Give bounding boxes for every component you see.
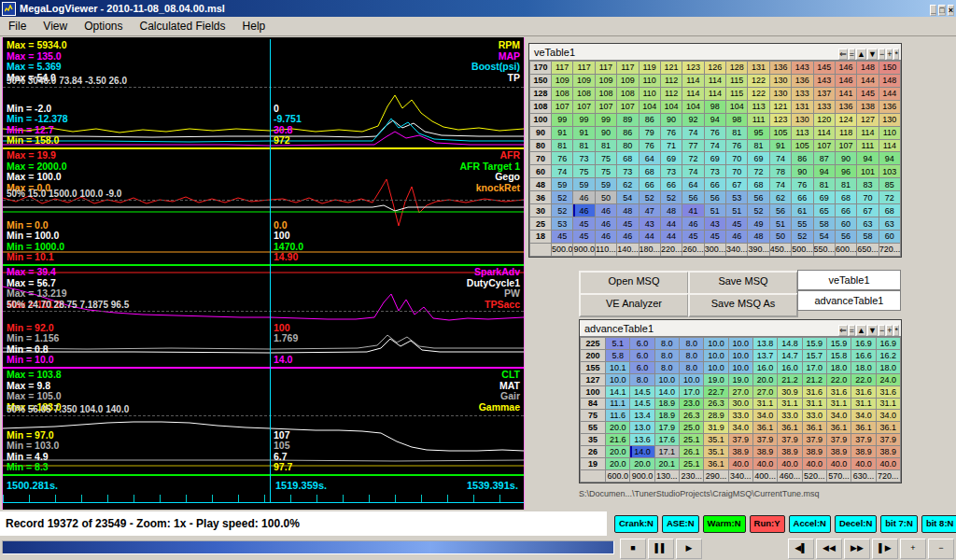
ve-cell[interactable]: 109 [552,74,573,87]
ve-cell[interactable]: 130 [769,87,791,100]
tab-vetable1[interactable]: veTable1 [797,270,901,290]
ve-cell[interactable]: 81 [726,126,748,139]
skip-end-button[interactable]: ▌▶ [872,539,898,559]
ve-cell[interactable]: 70 [726,152,748,165]
ve-cell[interactable]: 56 [748,191,769,204]
ve-cell[interactable]: 60 [879,230,900,243]
advance-cell[interactable]: 8.0 [679,349,703,361]
ve-cell[interactable]: 47 [639,204,660,217]
ve-cell[interactable]: 66 [639,178,660,191]
ve-cell[interactable]: 83 [857,178,879,191]
ve-cell[interactable]: 108 [617,87,639,100]
ve-cell[interactable]: 77 [682,139,704,152]
advance-cell[interactable]: 31.1 [826,398,851,410]
ve-cell[interactable]: 46 [573,191,595,204]
ve-cell[interactable]: 67 [726,178,748,191]
close-button[interactable]: × [948,5,954,16]
ve-cell[interactable]: 41 [682,204,704,217]
advance-cell[interactable]: 38.9 [778,446,802,458]
advance-cell[interactable]: 40.0 [826,458,851,470]
ve-cell[interactable]: 81 [573,139,595,152]
ve-analyzer-button[interactable]: VE Analyzer [579,293,689,317]
table-up-button[interactable]: ▲ [856,325,866,336]
ve-cell[interactable]: 71 [660,139,682,152]
ve-cell[interactable]: 45 [726,217,748,231]
ve-cell[interactable]: 114 [704,74,725,87]
playback-progress-bar[interactable] [2,540,614,554]
stop-button[interactable]: ■ [620,539,646,559]
ve-cell[interactable]: 90 [835,152,856,165]
ve-cell[interactable]: 54 [813,230,835,243]
ve-cell[interactable]: 68 [748,178,769,191]
ve-cell[interactable]: 113 [748,100,769,113]
ve-cell[interactable]: 109 [617,74,639,87]
ve-cell[interactable]: 43 [704,217,725,231]
ve-cell[interactable]: 51 [704,204,725,217]
ve-cell[interactable]: 117 [595,62,616,75]
ve-cell[interactable]: 45 [573,217,595,231]
advance-cell[interactable]: 31.1 [778,398,802,410]
pause-button[interactable]: ▌▌ [648,539,674,559]
ve-cell[interactable]: 72 [682,152,704,165]
advance-cell[interactable]: 33.0 [728,410,752,422]
ve-cell[interactable]: 99 [552,113,573,126]
advance-cell[interactable]: 10.0 [704,349,728,361]
advance-cell[interactable]: 15.8 [826,349,851,361]
advance-cell[interactable]: 38.9 [851,446,876,458]
ve-cell[interactable]: 143 [813,74,835,87]
advance-cell[interactable]: 40.0 [876,458,900,470]
ve-cell[interactable]: 46 [595,217,616,231]
table-burn-button[interactable]: * [893,49,899,60]
graph-panel-temps[interactable]: Max = 103.8Max = 9.8Max = 105.0Max = 183… [3,369,524,476]
ve-cell[interactable]: 76 [552,152,573,165]
ve-cell[interactable]: 110 [639,74,660,87]
advance-cell[interactable]: 20.0 [606,422,630,434]
ve-cell[interactable]: 130 [792,113,813,126]
zoom-out-button[interactable]: − [928,539,954,559]
ve-cell[interactable]: 127 [857,113,879,126]
advance-cell[interactable]: 14.1 [606,385,630,398]
ve-cell[interactable]: 76 [792,178,813,191]
ve-cell[interactable]: 90 [792,165,813,178]
ve-cell[interactable]: 111 [857,139,879,152]
advance-cell[interactable]: 36.1 [752,422,777,434]
advance-cell[interactable]: 34.0 [851,410,876,422]
advance-cell[interactable]: 10.0 [728,361,752,373]
ve-cell[interactable]: 96 [835,165,856,178]
advance-cell[interactable]: 16.2 [876,349,900,361]
table-decrement-button[interactable]: − [879,49,885,60]
table-up-button[interactable]: ▲ [856,49,866,60]
ve-cell[interactable]: 60 [835,217,856,231]
advance-cell[interactable]: 8.0 [630,373,654,385]
rewind-button[interactable]: ◀◀ [816,539,842,559]
advance-cell[interactable]: 19.0 [704,373,728,385]
advance-cell[interactable]: 35.1 [704,434,728,446]
ve-cell[interactable]: 45 [552,230,573,243]
ve-cell[interactable]: 74 [682,126,704,139]
ve-cell[interactable]: 150 [879,62,900,75]
advance-cell[interactable]: 10.0 [728,349,752,361]
ve-cell[interactable]: 86 [792,152,813,165]
ve-cell[interactable]: 44 [660,230,682,243]
advance-cell[interactable]: 16.0 [752,361,777,373]
advance-cell[interactable]: 19.0 [728,373,752,385]
ve-cell[interactable]: 94 [704,113,725,126]
advance-cell[interactable]: 25.1 [679,458,703,470]
advance-cell[interactable]: 10.0 [679,373,703,385]
advance-cell[interactable]: 14.0 [654,385,679,398]
ve-cell[interactable]: 145 [813,62,835,75]
ve-cell[interactable]: 48 [660,204,682,217]
ve-cell[interactable]: 126 [704,62,725,75]
ve-cell[interactable]: 72 [748,165,769,178]
ve-cell[interactable]: 101 [857,165,879,178]
fast-forward-button[interactable]: ▶▶ [844,539,870,559]
table-back-button[interactable]: ⇐ [838,325,848,336]
ve-cell[interactable]: 43 [639,217,660,231]
ve-cell[interactable]: 68 [617,152,639,165]
ve-cell[interactable]: 55 [792,217,813,231]
ve-cell[interactable]: 138 [857,100,879,113]
ve-cell[interactable]: 117 [617,62,639,75]
menu-file[interactable]: File [0,18,35,35]
ve-cell[interactable]: 66 [704,178,725,191]
ve-cell[interactable]: 131 [748,62,769,75]
